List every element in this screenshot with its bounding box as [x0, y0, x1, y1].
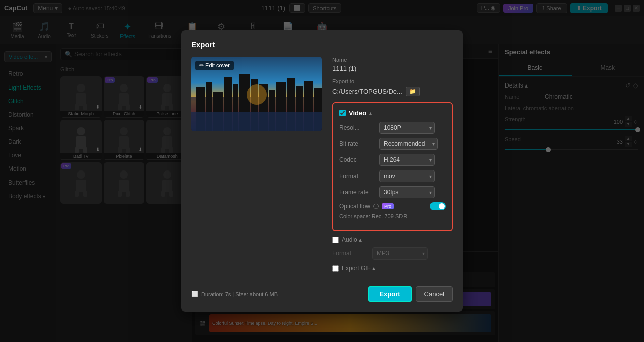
export-to-label: Export to — [332, 78, 453, 84]
framerate-row: Frame rate 24fps 25fps 30fps 60fps ▾ — [339, 186, 446, 198]
framerate-select-wrapper: 24fps 25fps 30fps 60fps ▾ — [379, 186, 435, 198]
bitrate-label: Bit rate — [339, 140, 379, 147]
bitrate-row: Bit rate Low Medium Recommended High ▾ — [339, 138, 446, 150]
name-field-row: Name 1111 (1) — [332, 57, 453, 72]
export-modal: Export — [181, 30, 463, 312]
name-field-label: Name — [332, 57, 453, 63]
name-field-text: 1111 (1) — [332, 65, 356, 72]
export-button[interactable]: Export — [368, 286, 411, 302]
svg-point-53 — [247, 84, 267, 105]
optical-info-icon: ⓘ — [373, 203, 379, 210]
codec-row: Codec H.264 H.265 ProRes ▾ — [339, 154, 446, 166]
modal-preview: ✏ Edit cover — [191, 57, 322, 272]
optical-flow-toggle[interactable] — [430, 202, 446, 210]
resolution-select[interactable]: 720P 1080P 2K 4K — [379, 122, 435, 134]
footer-buttons: Export Cancel — [368, 286, 453, 302]
modal-fields: Name 1111 (1) Export to C:/Users/TOPGUS/… — [332, 57, 453, 272]
duration-text: Duration: 7s | Size: about 6 MB — [201, 291, 278, 297]
format-label: Format — [339, 173, 379, 180]
resolution-select-wrapper: 720P 1080P 2K 4K ▾ — [379, 122, 435, 134]
export-to-row: Export to C:/Users/TOPGUS/De... 📁 — [332, 78, 453, 96]
audio-format-select-wrapper: MP3 ▾ — [372, 247, 428, 260]
format-select[interactable]: mp4 mov webm — [379, 170, 435, 182]
gif-checkbox[interactable] — [332, 265, 339, 272]
bitrate-select[interactable]: Low Medium Recommended High — [379, 138, 438, 150]
video-section-toggle[interactable]: ▴ — [369, 110, 372, 116]
cancel-button[interactable]: Cancel — [416, 286, 453, 302]
codec-select-wrapper: H.264 H.265 ProRes ▾ — [379, 154, 435, 166]
export-modal-overlay: Export — [0, 0, 644, 342]
toggle-knob — [439, 203, 445, 209]
video-checkbox[interactable] — [339, 110, 346, 116]
audio-format-row: Format MP3 ▾ — [332, 247, 453, 260]
video-export-section: Video ▴ Resol... 720P 1080P 2K 4K — [332, 102, 453, 231]
video-section-title: Video — [349, 109, 366, 117]
audio-section-header[interactable]: Audio ▴ — [332, 236, 453, 243]
codec-select[interactable]: H.264 H.265 ProRes — [379, 154, 435, 166]
modal-footer: ⬜ Duration: 7s | Size: about 6 MB Export… — [191, 280, 453, 302]
svg-rect-52 — [191, 112, 322, 131]
color-space-label: Color space: Rec. 709 SDR — [339, 213, 446, 219]
optical-flow-row: Optical flow ⓘ Pro — [339, 202, 446, 210]
resolution-row: Resol... 720P 1080P 2K 4K ▾ — [339, 122, 446, 134]
audio-section: Audio ▴ Format MP3 ▾ — [332, 236, 453, 260]
audio-label: Audio ▴ — [342, 236, 362, 243]
optical-flow-label: Optical flow ⓘ Pro — [339, 203, 430, 210]
format-row: Format mp4 mov webm ▾ — [339, 170, 446, 182]
audio-format-select[interactable]: MP3 — [372, 247, 428, 260]
name-field-value-row: 1111 (1) — [332, 65, 453, 72]
bitrate-select-wrapper: Low Medium Recommended High ▾ — [379, 138, 438, 150]
gif-label: Export GIF ▴ — [342, 265, 375, 272]
framerate-label: Frame rate — [339, 189, 379, 196]
modal-body: ✏ Edit cover Name 1111 (1) Export to C:/… — [191, 57, 453, 272]
codec-label: Codec — [339, 156, 379, 163]
audio-checkbox[interactable] — [332, 237, 339, 243]
duration-icon: ⬜ — [191, 291, 198, 297]
modal-title: Export — [191, 40, 453, 49]
video-section-header: Video ▴ — [339, 109, 446, 117]
edit-cover-button[interactable]: ✏ Edit cover — [195, 61, 234, 70]
export-path-text: C:/Users/TOPGUS/De... — [332, 88, 403, 95]
export-to-field-value: C:/Users/TOPGUS/De... 📁 — [332, 87, 453, 96]
pro-tag-optical: Pro — [382, 203, 394, 209]
resolution-label: Resol... — [339, 124, 379, 131]
framerate-select[interactable]: 24fps 25fps 30fps 60fps — [379, 186, 435, 198]
browse-folder-button[interactable]: 📁 — [406, 87, 420, 96]
gif-section: Export GIF ▴ — [332, 265, 453, 272]
audio-format-label: Format — [332, 250, 372, 257]
format-select-wrapper: mp4 mov webm ▾ — [379, 170, 435, 182]
duration-info: ⬜ Duration: 7s | Size: about 6 MB — [191, 291, 278, 297]
